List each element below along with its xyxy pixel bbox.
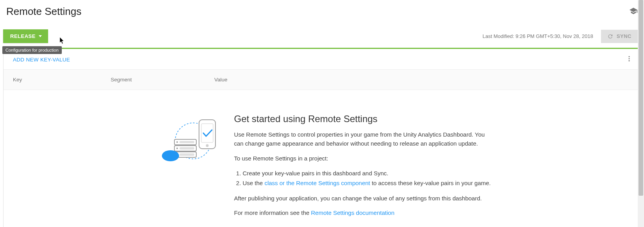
- more-menu-icon[interactable]: [626, 55, 633, 64]
- svg-point-13: [176, 141, 178, 143]
- release-tooltip: Configuration for production: [2, 46, 62, 54]
- page-title: Remote Settings: [6, 5, 81, 18]
- empty-state: Get started using Remote Settings Use Re…: [4, 90, 640, 227]
- svg-point-14: [176, 148, 178, 149]
- empty-heading: Get started using Remote Settings: [234, 114, 492, 124]
- step-2: Use the class or the Remote Settings com…: [243, 178, 492, 188]
- svg-point-0: [629, 56, 630, 57]
- cursor-icon: [59, 37, 65, 46]
- step-1: Create your key-value pairs in this dash…: [243, 168, 492, 178]
- component-link[interactable]: class or the Remote Settings component: [264, 180, 370, 186]
- empty-more: For more information see the Remote Sett…: [234, 208, 492, 217]
- svg-rect-10: [179, 141, 194, 143]
- refresh-icon: [607, 33, 614, 40]
- release-button[interactable]: RELEASE: [3, 29, 48, 43]
- scrollbar-thumb[interactable]: [639, 0, 643, 196]
- svg-point-2: [629, 60, 630, 61]
- sync-button[interactable]: SYNC: [601, 30, 638, 43]
- column-segment: Segment: [111, 77, 214, 83]
- add-key-value-link[interactable]: ADD NEW KEY-VALUE: [13, 57, 70, 63]
- education-icon[interactable]: [629, 7, 638, 17]
- empty-intro: Use Remote Settings to control propertie…: [234, 130, 492, 148]
- settings-card: ADD NEW KEY-VALUE Key Segment Value: [3, 48, 641, 227]
- svg-rect-11: [179, 147, 194, 150]
- empty-illustration: [152, 114, 219, 164]
- table-header: Key Segment Value: [4, 70, 640, 90]
- docs-link[interactable]: Remote Settings documentation: [311, 209, 394, 216]
- empty-howto: To use Remote Settings in a project:: [234, 154, 492, 163]
- svg-point-6: [206, 144, 208, 147]
- release-label: RELEASE: [10, 33, 36, 39]
- last-modified: Last Modified: 9:26 PM GMT+5:30, Nov 28,…: [483, 33, 593, 39]
- scrollbar[interactable]: [638, 0, 644, 227]
- svg-point-1: [629, 58, 630, 59]
- caret-down-icon: [39, 35, 42, 37]
- empty-after: After publishing your application, you c…: [234, 194, 492, 203]
- svg-rect-12: [179, 153, 194, 156]
- column-value: Value: [214, 77, 631, 83]
- sync-label: SYNC: [617, 33, 631, 39]
- column-key: Key: [13, 77, 111, 83]
- svg-point-16: [162, 150, 179, 161]
